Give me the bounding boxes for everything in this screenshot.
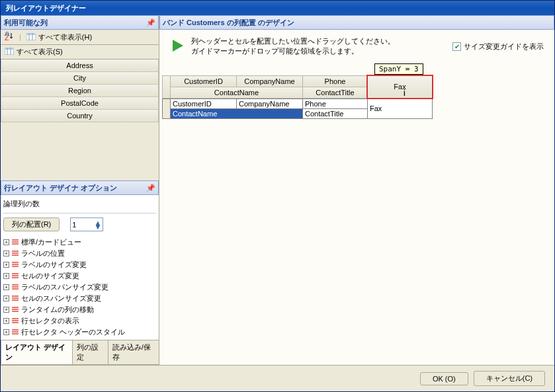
options-tree: +標準/カードビュー +ラベルの位置 +ラベルのサイズ変更 +セルのサイズ変更 … [3,237,156,338]
tab-load-save[interactable]: 読み込み/保存 [108,340,159,365]
svg-text:Z: Z [5,34,9,41]
column-item-address[interactable]: Address [1,59,159,72]
cancel-button[interactable]: キャンセル(C) [474,371,545,386]
hide-all-button[interactable]: すべて非表示(H) [25,32,93,43]
window-titlebar: 列レイアウトデザイナー [1,1,554,15]
tab-layout-design[interactable]: レイアウト デザイン [1,340,73,365]
header-layout-grid[interactable]: CustomerID CompanyName Phone Fax Ꭵ Conta… [162,75,433,98]
grid-icon [26,33,36,42]
tree-item[interactable]: +セルのサイズ変更 [3,270,156,282]
tree-item[interactable]: +行セレクタの表示 [3,315,156,327]
design-header: バンド Customers の列配置 のデザイン [159,15,554,30]
column-item-city[interactable]: City [1,72,159,85]
tree-item[interactable]: +標準/カードビュー [3,237,156,248]
hdr-phone: Phone [303,75,368,87]
columns-toolbar-2: すべて表示(S) [1,45,159,59]
span-tooltip: SpanY = 3 [374,63,423,75]
play-icon [170,38,185,54]
right-pane: バンド Customers の列配置 のデザイン 列ヘッダーとセルを配置したい位… [159,15,554,365]
svg-rect-3 [26,33,36,35]
options-header: 行レイアウト デザイナ オプション 📌 [1,180,159,195]
column-list: Address City Region PostalCode Country [1,59,159,122]
pin-icon[interactable]: 📌 [146,184,155,192]
tree-item[interactable]: +ラベルのサイズ変更 [3,259,156,270]
left-tabs: レイアウト デザイン 列の設定 読み込み/保存 [1,340,159,365]
show-all-button[interactable]: すべて表示(S) [3,46,64,58]
hdr-fax: Fax Ꭵ [368,75,433,98]
tree-item[interactable]: +ランタイムの列の移動 [3,304,156,315]
pin-icon[interactable]: 📌 [146,19,155,27]
data-layout-grid[interactable]: CustomerID CompanyName Phone Fax Contact… [162,98,433,119]
available-columns-panel: 利用可能な列 📌 AZ | すべて非表示(H) [1,15,159,122]
designer-window: 列レイアウトデザイナー 利用可能な列 📌 AZ | [0,0,555,392]
available-columns-header: 利用可能な列 📌 [1,15,159,30]
arrange-columns-button[interactable]: 列の配置(R) [3,217,60,231]
design-surface[interactable]: SpanY = 3 CustomerID CompanyName Phone F… [159,63,554,365]
svg-rect-7 [5,48,14,50]
tree-item[interactable]: +ラベルのスパンサイズ変更 [3,282,156,293]
ok-button[interactable]: OK (O) [420,372,468,385]
resize-caret-icon: Ꭵ [404,88,406,98]
checkbox-icon: ✔ [452,42,461,51]
column-item-region[interactable]: Region [1,85,159,97]
svg-marker-37 [173,40,183,52]
tree-item[interactable]: +セルのスパンサイズ変更 [3,293,156,304]
tree-item[interactable]: +ラベルの位置 [3,248,156,259]
column-count-spinner[interactable]: 1 ▲▼ [70,217,103,231]
hdr-contactname: ContactName [171,87,303,98]
grid-icon [5,48,14,56]
hdr-companyname: CompanyName [237,75,303,87]
dialog-footer: OK (O) キャンセル(C) [1,365,554,391]
column-item-country[interactable]: Country [1,110,159,122]
sort-icon: AZ [5,32,14,42]
table-row: CustomerID CompanyName Phone Fax [163,98,433,108]
instruction-row: 列ヘッダーとセルを配置したい位置へドラッグしてください。 ガイドマーカーがドロッ… [159,30,554,63]
logical-columns-label: 論理列の数 [3,197,156,214]
show-guides-checkbox[interactable]: ✔ サイズ変更ガイドを表示 [452,42,544,52]
hdr-customerid: CustomerID [171,75,237,87]
left-pane: 利用可能な列 📌 AZ | すべて非表示(H) [1,15,159,365]
hdr-contacttitle: ContactTitle [303,87,368,98]
columns-toolbar: AZ | すべて非表示(H) [1,30,159,45]
tree-item[interactable]: +行セレクタ ヘッダーのスタイル [3,327,156,338]
column-item-postalcode[interactable]: PostalCode [1,97,159,110]
tab-column-settings[interactable]: 列の設定 [72,340,108,365]
sort-asc-button[interactable]: AZ [3,31,15,43]
window-title: 列レイアウトデザイナー [6,4,86,12]
content-area: 利用可能な列 📌 AZ | すべて非表示(H) [1,15,554,365]
options-panel: 行レイアウト デザイナ オプション 📌 論理列の数 列の配置(R) 1 ▲▼ +… [1,180,159,365]
